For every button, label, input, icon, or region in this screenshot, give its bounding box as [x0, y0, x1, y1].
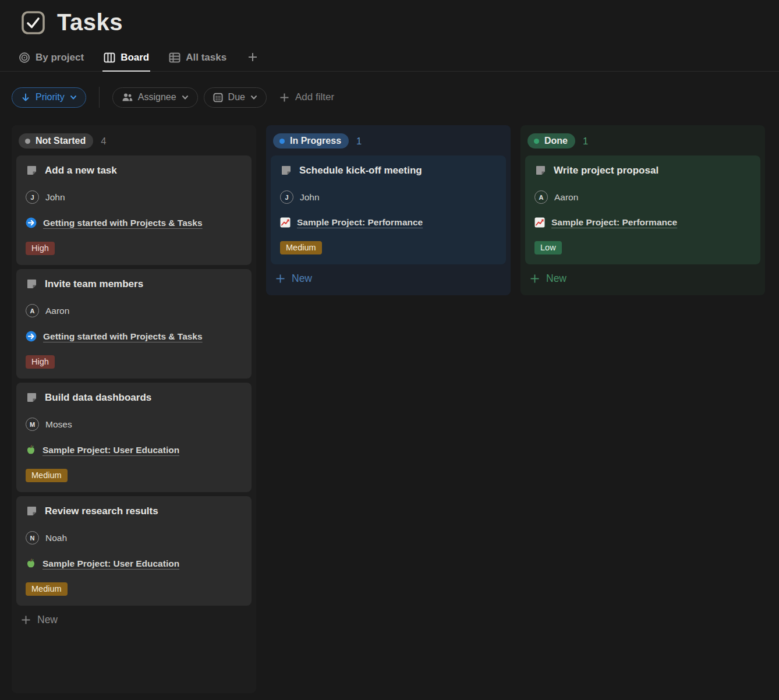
plus-icon: [21, 615, 31, 625]
project-link[interactable]: Sample Project: User Education: [43, 445, 179, 455]
kanban-board: Not Started 4 Add a new task J John: [0, 125, 779, 693]
assignee-name: John: [45, 192, 65, 203]
new-button-label: New: [546, 273, 566, 285]
status-pill-not-started[interactable]: Not Started: [19, 133, 93, 149]
priority-tag: Medium: [280, 241, 322, 254]
column-in-progress: In Progress 1 Schedule kick-off meeting …: [266, 125, 511, 295]
task-title: Add a new task: [45, 165, 117, 176]
project-link[interactable]: Sample Project: User Education: [43, 558, 179, 569]
chevron-down-icon: [182, 94, 189, 101]
priority-tag: High: [26, 355, 55, 369]
status-dot: [25, 139, 30, 144]
project-row: Sample Project: User Education: [26, 558, 242, 569]
tab-board[interactable]: Board: [102, 52, 150, 72]
task-title: Review research results: [45, 505, 158, 517]
project-row: Sample Project: Performance: [534, 217, 751, 228]
assignee-name: Moses: [45, 419, 72, 430]
due-filter-pill[interactable]: Due: [204, 87, 267, 108]
arrow-circle-icon: [26, 217, 37, 228]
status-pill-in-progress[interactable]: In Progress: [273, 133, 349, 149]
project-row: Sample Project: Performance: [280, 217, 497, 228]
new-task-button[interactable]: New: [16, 606, 252, 632]
project-link[interactable]: Sample Project: Performance: [551, 217, 677, 228]
column-not-started: Not Started 4 Add a new task J John: [12, 125, 256, 693]
columns-icon: [104, 52, 115, 63]
sort-pill-label: Priority: [36, 92, 65, 102]
status-label: Not Started: [36, 136, 86, 146]
apple-icon: [26, 558, 36, 569]
column-header: Not Started 4: [16, 130, 252, 155]
tab-all-tasks[interactable]: All tasks: [168, 52, 228, 72]
card-list: Write project proposal A Aaron Sample Pr…: [525, 155, 760, 264]
task-card[interactable]: Schedule kick-off meeting J John Sample …: [271, 155, 506, 264]
task-card[interactable]: Write project proposal A Aaron Sample Pr…: [525, 155, 760, 264]
card-title-row: Schedule kick-off meeting: [280, 164, 497, 177]
status-label: In Progress: [290, 136, 341, 146]
task-title: Invite team members: [45, 278, 143, 290]
table-icon: [169, 52, 180, 63]
project-link[interactable]: Sample Project: Performance: [297, 217, 423, 228]
assignee-name: Noah: [45, 533, 67, 543]
new-button-label: New: [37, 614, 58, 626]
tab-by-project[interactable]: By project: [17, 52, 85, 72]
new-button-label: New: [292, 273, 312, 285]
column-count: 1: [356, 136, 362, 147]
checkbox-icon: [21, 10, 45, 35]
status-label: Done: [544, 136, 568, 146]
calendar-icon: [213, 93, 223, 102]
page-icon: [26, 278, 38, 291]
project-row: Getting started with Projects & Tasks: [26, 331, 242, 342]
chart-increasing-icon: [534, 217, 545, 228]
task-card[interactable]: Build data dashboards M Moses Sample Pro…: [16, 383, 252, 492]
assignee-row: N Noah: [26, 531, 242, 545]
priority-row: Medium: [26, 582, 242, 596]
chevron-down-icon: [70, 94, 77, 101]
project-link[interactable]: Getting started with Projects & Tasks: [43, 218, 203, 228]
task-card[interactable]: Invite team members A Aaron Getting star…: [16, 269, 252, 379]
apple-icon: [26, 444, 36, 455]
assignee-row: M Moses: [26, 418, 242, 431]
new-task-button[interactable]: New: [271, 264, 506, 291]
task-title: Schedule kick-off meeting: [299, 165, 422, 176]
assignee-name: Aaron: [45, 306, 69, 316]
status-pill-done[interactable]: Done: [527, 133, 575, 149]
column-header: Done 1: [525, 130, 760, 155]
page-header: Tasks: [0, 0, 779, 36]
assignee-name: Aaron: [554, 192, 578, 203]
page-icon: [534, 164, 547, 177]
priority-tag: High: [26, 242, 55, 255]
card-list: Schedule kick-off meeting J John Sample …: [271, 155, 506, 264]
column-count: 4: [101, 136, 106, 147]
task-title: Write project proposal: [554, 165, 658, 176]
assignee-name: John: [300, 192, 320, 203]
project-link[interactable]: Getting started with Projects & Tasks: [43, 331, 203, 342]
add-view-button[interactable]: [245, 52, 260, 72]
page-title: Tasks: [57, 9, 123, 36]
page-icon: [26, 391, 38, 404]
assignee-row: A Aaron: [26, 304, 242, 317]
priority-row: Medium: [280, 241, 497, 254]
page-icon: [280, 164, 293, 177]
card-title-row: Add a new task: [26, 164, 242, 177]
priority-row: Low: [534, 241, 751, 254]
plus-icon: [275, 274, 285, 284]
project-row: Sample Project: User Education: [26, 444, 242, 455]
card-title-row: Review research results: [26, 505, 242, 518]
task-card[interactable]: Review research results N Noah Sample Pr…: [16, 496, 252, 606]
card-list: Add a new task J John Getting started wi…: [16, 155, 252, 606]
add-filter-label: Add filter: [295, 91, 334, 103]
priority-tag: Low: [534, 241, 562, 254]
filter-bar: Priority Assignee Due: [0, 87, 779, 108]
chevron-down-icon: [250, 94, 257, 101]
page-icon: [26, 164, 38, 177]
priority-row: High: [26, 355, 242, 369]
card-title-row: Write project proposal: [534, 164, 751, 177]
new-task-button[interactable]: New: [525, 264, 760, 291]
sort-priority-pill[interactable]: Priority: [12, 87, 86, 108]
assignee-row: J John: [280, 190, 497, 204]
task-card[interactable]: Add a new task J John Getting started wi…: [16, 155, 252, 265]
assignee-filter-pill[interactable]: Assignee: [112, 87, 198, 108]
add-filter-button[interactable]: Add filter: [279, 91, 334, 103]
arrow-circle-icon: [26, 331, 37, 342]
card-title-row: Invite team members: [26, 278, 242, 291]
